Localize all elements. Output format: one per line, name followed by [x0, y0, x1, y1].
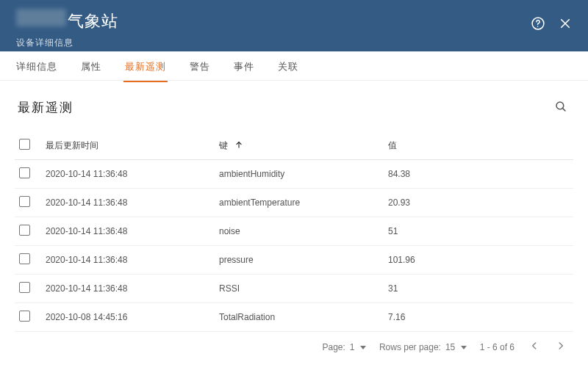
rows-per-page-value: 15 [445, 342, 455, 352]
chevron-down-icon [461, 346, 467, 349]
table-row: 2020-10-14 11:36:48pressure101.96 [15, 246, 573, 275]
table-row: 2020-10-14 11:36:48ambientHumidity84.38 [15, 160, 573, 189]
cell-key: ambientHumidity [215, 160, 384, 189]
tab-3[interactable]: 警告 [188, 51, 212, 81]
page-range: 1 - 6 of 6 [480, 342, 514, 352]
cell-value: 84.38 [384, 160, 573, 189]
cell-value: 101.96 [384, 246, 573, 275]
rows-per-page-select[interactable]: 15 [445, 342, 467, 352]
table-row: 2020-10-14 11:36:48ambientTemperature20.… [15, 189, 573, 217]
column-header-key[interactable]: 键 [215, 131, 384, 160]
pagination: Page: 1 Rows per page: 15 1 - 6 of 6 [15, 332, 573, 355]
prev-page-icon[interactable] [528, 339, 541, 355]
page-select[interactable]: 1 [350, 342, 366, 352]
chevron-down-icon [360, 346, 366, 349]
cell-key: RSSI [215, 275, 384, 303]
table-row: 2020-10-14 11:36:48RSSI31 [15, 275, 573, 303]
checkbox-row[interactable] [19, 282, 30, 293]
tab-5[interactable]: 关联 [276, 51, 300, 81]
checkbox-row[interactable] [19, 311, 30, 322]
help-icon[interactable] [531, 16, 545, 31]
cell-time: 2020-10-14 11:36:48 [41, 189, 215, 217]
tab-row: 详细信息属性最新遥测警告事件关联 [0, 51, 588, 81]
title-redacted [16, 9, 66, 26]
checkbox-all[interactable] [19, 139, 30, 150]
sort-asc-icon [234, 140, 243, 151]
cell-key: noise [215, 217, 384, 246]
tab-4[interactable]: 事件 [232, 51, 256, 81]
cell-key: ambientTemperature [215, 189, 384, 217]
telemetry-table: 最后更新时间 键 值 2020-10-14 11:36:48ambientHum… [15, 131, 573, 332]
cell-value: 7.16 [384, 303, 573, 332]
page-value: 1 [350, 342, 355, 352]
search-icon[interactable] [551, 97, 570, 118]
cell-time: 2020-10-14 11:36:48 [41, 246, 215, 275]
checkbox-row[interactable] [19, 167, 30, 178]
table-row: 2020-10-14 11:36:48noise51 [15, 217, 573, 246]
page-title: 气象站 [68, 10, 118, 32]
checkbox-row[interactable] [19, 196, 30, 207]
checkbox-row[interactable] [19, 225, 30, 236]
close-icon[interactable] [559, 17, 572, 30]
tab-1[interactable]: 属性 [79, 51, 103, 81]
page-label: Page: [322, 342, 345, 352]
cell-time: 2020-10-14 11:36:48 [41, 275, 215, 303]
next-page-icon[interactable] [554, 339, 567, 355]
column-header-key-label: 键 [219, 140, 228, 150]
page-subtitle: 设备详细信息 [16, 37, 572, 49]
table-row: 2020-10-08 14:45:16TotalRadiation7.16 [15, 303, 573, 332]
cell-value: 31 [384, 275, 573, 303]
cell-time: 2020-10-08 14:45:16 [41, 303, 215, 332]
column-header-value[interactable]: 值 [384, 131, 573, 160]
checkbox-row[interactable] [19, 253, 30, 264]
dialog-header: 气象站 设备详细信息 [0, 0, 588, 51]
rows-per-page-label: Rows per page: [379, 342, 441, 352]
tab-0[interactable]: 详细信息 [15, 51, 59, 81]
section-title: 最新遥测 [18, 99, 74, 116]
cell-value: 20.93 [384, 189, 573, 217]
tab-2[interactable]: 最新遥测 [123, 51, 168, 82]
cell-time: 2020-10-14 11:36:48 [41, 160, 215, 189]
cell-time: 2020-10-14 11:36:48 [41, 217, 215, 246]
cell-key: pressure [215, 246, 384, 275]
svg-point-1 [537, 26, 539, 27]
column-header-time[interactable]: 最后更新时间 [41, 131, 215, 160]
cell-value: 51 [384, 217, 573, 246]
cell-key: TotalRadiation [215, 303, 384, 332]
